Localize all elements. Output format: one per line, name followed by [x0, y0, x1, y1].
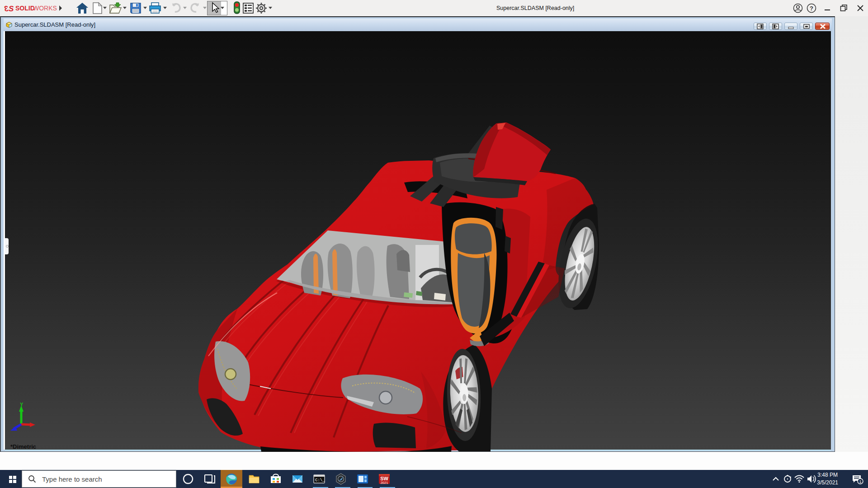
svg-text:3: 3: [4, 5, 9, 13]
svg-text:C:\_: C:\_: [315, 478, 325, 483]
svg-text:WORKS: WORKS: [33, 5, 57, 12]
svg-text:2021: 2021: [381, 481, 388, 485]
svg-text:SOLID: SOLID: [15, 5, 35, 12]
svg-text:1: 1: [859, 479, 861, 484]
svg-text:Y: Y: [20, 402, 24, 407]
svg-text:?: ?: [810, 5, 813, 12]
svg-text:S: S: [9, 5, 14, 13]
